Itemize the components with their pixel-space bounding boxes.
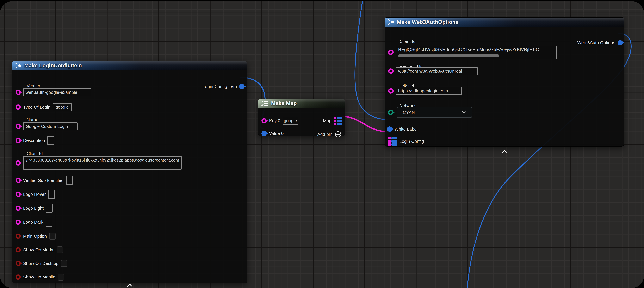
sdk-url-pin[interactable] (388, 88, 393, 94)
name-input[interactable]: Google Custom Login (23, 123, 78, 130)
type-of-login-input[interactable]: google (53, 103, 72, 111)
name-row: Google Custom Login (16, 122, 78, 131)
client-id-pin[interactable] (388, 50, 393, 55)
show-on-mobile-pin[interactable] (16, 274, 21, 280)
network-dropdown[interactable]: CYAN (396, 107, 472, 118)
network-row: CYAN (388, 107, 472, 118)
name-label: Name (26, 117, 38, 122)
white-label-label: White Label (394, 127, 418, 132)
login-config-item-output-pin[interactable] (239, 84, 244, 89)
wire-top-to-whitelabel[interactable] (355, 1, 388, 120)
description-pin[interactable] (16, 138, 21, 143)
client-id-input[interactable]: 774338308167-q463s7kpvja16l4l0kko3nb925i… (23, 156, 182, 170)
node-make-loginconfigitem[interactable]: Make LoginConfigItem Login Config Item V… (12, 61, 247, 283)
description-input[interactable] (48, 136, 54, 145)
network-selected-value: CYAN (403, 110, 415, 115)
description-row: Description (16, 136, 54, 145)
main-option-label: Main Option (23, 234, 47, 239)
show-on-mobile-row: Show On Mobile (16, 272, 64, 282)
map-output-row: Map (323, 116, 342, 125)
logo-dark-input[interactable] (46, 218, 52, 226)
client-id-scrollbar[interactable] (398, 54, 499, 57)
node-title: Make LoginConfigItem (24, 63, 82, 69)
node-header-make-loginconfigitem[interactable]: Make LoginConfigItem (12, 61, 247, 70)
main-option-checkbox[interactable] (49, 233, 56, 240)
show-on-mobile-checkbox[interactable] (58, 274, 64, 280)
show-on-desktop-checkbox[interactable] (61, 260, 68, 267)
sdk-url-row: https://sdk.openlogin.com (388, 86, 462, 96)
name-pin[interactable] (16, 124, 21, 129)
value0-row: Value 0 (262, 129, 284, 138)
verifier-label: Verifier (26, 83, 40, 88)
client-id-pin[interactable] (16, 160, 21, 165)
key0-input[interactable]: google (283, 117, 298, 125)
show-on-desktop-row: Show On Desktop (16, 259, 68, 268)
type-of-login-row: Type Of Login google (16, 102, 72, 112)
verifier-input[interactable]: web3auth-google-example (23, 88, 91, 96)
logo-hover-input[interactable] (48, 190, 55, 199)
logo-dark-pin[interactable] (16, 219, 21, 225)
show-on-modal-checkbox[interactable] (56, 246, 63, 253)
node-make-web3authoptions[interactable]: Make Web3AuthOptions Web 3Auth Options C… (384, 17, 624, 147)
sdk-url-input[interactable]: https://sdk.openlogin.com (396, 87, 462, 95)
verifier-sub-identifier-input[interactable] (66, 176, 73, 185)
logo-light-pin[interactable] (16, 206, 21, 211)
login-config-pin[interactable] (388, 137, 397, 146)
show-on-modal-row: Show On Modal (16, 245, 63, 254)
value0-pin[interactable] (262, 131, 267, 136)
blueprint-graph-canvas[interactable]: Make LoginConfigItem Login Config Item V… (0, 1, 644, 288)
key0-row: Key 0 google (262, 116, 298, 125)
logo-dark-row: Logo Dark (16, 217, 52, 227)
white-label-row: White Label (387, 124, 418, 134)
logo-light-input[interactable] (46, 204, 53, 213)
login-config-label: Login Config (399, 139, 424, 144)
client-id-label: Client Id (400, 39, 416, 44)
node-header-make-map[interactable]: Make Map (258, 99, 345, 108)
add-pin-row: Add pin (317, 130, 342, 139)
map-output-label: Map (323, 118, 332, 123)
key0-label: Key 0 (269, 118, 280, 123)
client-id-label: Client Id (26, 151, 43, 156)
output-label: Login Config Item (202, 84, 237, 89)
add-pin-label: Add pin (317, 132, 332, 137)
show-on-desktop-label: Show On Desktop (23, 261, 58, 266)
verifier-sub-identifier-pin[interactable] (16, 178, 21, 183)
node-title: Make Map (271, 100, 297, 106)
logo-hover-row: Logo Hover (16, 190, 55, 199)
show-on-desktop-pin[interactable] (16, 261, 21, 266)
logo-hover-pin[interactable] (16, 192, 21, 197)
map-output-pin[interactable] (334, 117, 342, 125)
node-make-map[interactable]: Make Map Key 0 google Map Value 0 (258, 99, 345, 136)
web3auth-options-output-pin[interactable] (618, 40, 623, 45)
key0-pin[interactable] (262, 118, 267, 123)
make-map-icon (261, 100, 269, 106)
show-on-modal-pin[interactable] (16, 247, 21, 252)
show-on-mobile-label: Show On Mobile (23, 274, 55, 279)
client-id-row: BEglQSgt4cUWcj6SKRdu5QkOXTsePmMcusG5EAoy… (388, 45, 556, 59)
node-title: Make Web3AuthOptions (397, 19, 458, 25)
network-pin[interactable] (388, 110, 393, 115)
output-row-login-config-item: Login Config Item (202, 82, 244, 91)
client-id-value: BEglQSgt4cUWcj6SKRdu5QkOXTsePmMcusG5EAoy… (398, 46, 555, 53)
collapse-chevron-icon[interactable] (502, 150, 508, 153)
make-struct-icon (15, 63, 22, 69)
output-row-web3auth-options: Web 3Auth Options (577, 38, 623, 47)
logo-hover-label: Logo Hover (23, 192, 46, 197)
collapse-chevron-icon[interactable] (127, 284, 133, 287)
verifier-pin[interactable] (16, 90, 21, 95)
add-pin-icon[interactable] (334, 131, 342, 138)
redirect-url-pin[interactable] (388, 69, 393, 74)
main-option-pin[interactable] (16, 233, 21, 239)
node-header-make-web3authoptions[interactable]: Make Web3AuthOptions (385, 18, 624, 27)
chevron-down-icon (462, 111, 466, 114)
white-label-pin[interactable] (387, 126, 392, 132)
verifier-row: web3auth-google-example (16, 88, 91, 97)
logo-light-row: Logo Light (16, 204, 53, 213)
client-id-input[interactable]: BEglQSgt4cUWcj6SKRdu5QkOXTsePmMcusG5EAoy… (396, 46, 556, 59)
verifier-sub-identifier-row: Verifier Sub Identifier (16, 176, 73, 185)
redirect-url-input[interactable]: w3a://com.w3a.Web3AuthUnreal (396, 67, 478, 75)
description-label: Description (23, 138, 45, 143)
type-of-login-pin[interactable] (16, 105, 21, 110)
logo-dark-label: Logo Dark (23, 220, 43, 225)
main-option-row: Main Option (16, 231, 56, 241)
